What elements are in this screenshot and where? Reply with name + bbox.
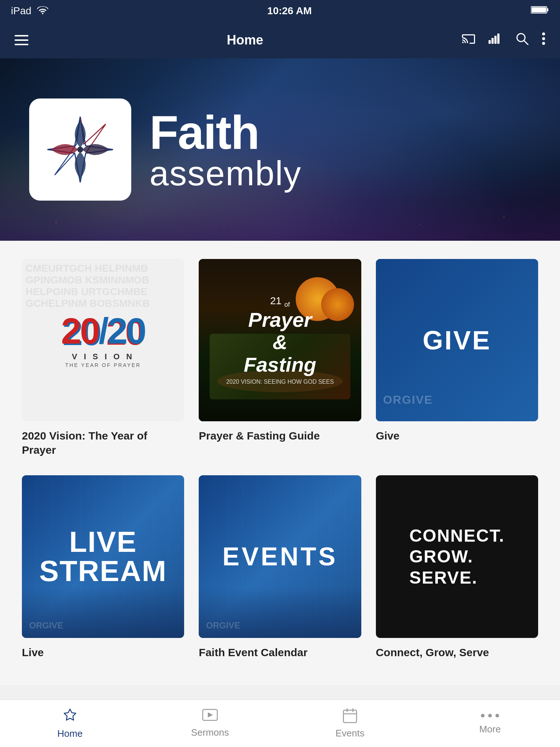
nav-bar: Home <box>0 22 560 58</box>
svg-point-11 <box>542 42 545 45</box>
svg-point-7 <box>517 34 525 42</box>
vision-sub: V I S I O N <box>72 352 134 361</box>
grid-item-live[interactable]: ORGIVE LIVESTREAM Live <box>22 475 184 659</box>
svg-rect-3 <box>489 40 491 44</box>
cast-icon[interactable] <box>462 33 475 47</box>
give-label: GIVE <box>423 325 491 355</box>
events-label: EVENTS <box>222 542 338 571</box>
nav-title: Home <box>227 32 263 48</box>
menu-button[interactable] <box>15 35 28 45</box>
svg-point-12 <box>77 147 83 152</box>
thumb-prayer: 21 of Prayer&Fasting 2020 VISION: SEEING… <box>199 259 361 421</box>
status-time: 10:26 AM <box>267 5 312 17</box>
grid-item-prayer[interactable]: 21 of Prayer&Fasting 2020 VISION: SEEING… <box>199 259 361 457</box>
svg-rect-1 <box>547 8 548 11</box>
tab-bar: Home Sermons Events <box>0 700 560 747</box>
tab-more[interactable]: More <box>420 712 560 735</box>
connect-caption: Connect, Grow, Serve <box>376 645 538 659</box>
svg-point-10 <box>542 37 545 40</box>
svg-rect-4 <box>491 38 494 44</box>
battery-icon <box>531 5 549 17</box>
grid-item-vision[interactable]: CMEURTGCH HELPINMB GPINGMOB KSMINNMOB HE… <box>22 259 184 457</box>
tab-events-label: Events <box>335 728 365 739</box>
tab-sermons-label: Sermons <box>191 727 229 738</box>
connect-label: CONNECT.GROW.SERVE. <box>409 525 505 588</box>
sermons-play-icon <box>202 709 218 724</box>
svg-point-19 <box>481 714 485 717</box>
search-icon[interactable] <box>516 32 529 48</box>
svg-point-20 <box>488 714 492 717</box>
tab-events[interactable]: Events <box>280 708 420 739</box>
vision-2020-number: 20/20 <box>61 313 145 349</box>
more-dots-icon <box>479 712 501 721</box>
thumb-events: ORGIVE EVENTS <box>199 475 361 638</box>
live-label: LIVESTREAM <box>39 527 167 586</box>
device-label: iPad <box>11 5 31 17</box>
live-caption: Live <box>22 645 184 659</box>
signal-icon[interactable] <box>489 33 502 47</box>
thumb-give: ORGIVE GIVE <box>376 259 538 421</box>
grid-row-1: CMEURTGCH HELPINMB GPINGMOB KSMINNMOB HE… <box>22 259 538 457</box>
hero-assembly-text: assembly <box>149 156 302 191</box>
vision-caption: 2020 Vision: The Year of Prayer <box>22 429 184 457</box>
svg-rect-2 <box>532 7 546 12</box>
tab-sermons[interactable]: Sermons <box>140 709 280 738</box>
grid-item-connect[interactable]: CONNECT.GROW.SERVE. Connect, Grow, Serve <box>376 475 538 659</box>
events-caption: Faith Event Calendar <box>199 645 361 659</box>
prayer-text: 21 of Prayer&Fasting 2020 VISION: SEEING… <box>215 284 345 396</box>
status-left: iPad <box>11 5 48 17</box>
content-area: CMEURTGCH HELPINMB GPINGMOB KSMINNMOB HE… <box>0 241 560 685</box>
more-vertical-icon[interactable] <box>542 32 545 48</box>
tab-home[interactable]: Home <box>0 708 140 739</box>
status-right <box>531 5 549 17</box>
tab-home-label: Home <box>57 728 82 739</box>
hero-content: Faith assembly <box>0 77 331 222</box>
wifi-icon <box>37 5 48 17</box>
svg-point-21 <box>495 714 499 717</box>
thumb-live: ORGIVE LIVESTREAM <box>22 475 184 638</box>
grid-row-2: ORGIVE LIVESTREAM Live ORGIVE EVENTS Fai… <box>22 475 538 659</box>
prayer-caption: Prayer & Fasting Guide <box>199 429 361 443</box>
hero-faith-text: Faith <box>149 109 302 156</box>
svg-line-8 <box>524 41 528 44</box>
svg-marker-14 <box>208 712 213 717</box>
grid-item-events[interactable]: ORGIVE EVENTS Faith Event Calendar <box>199 475 361 659</box>
church-logo <box>29 98 131 201</box>
give-caption: Give <box>376 429 538 443</box>
svg-point-9 <box>542 32 545 35</box>
vision-sub2: THE YEAR OF PRAYER <box>65 362 141 368</box>
home-star-icon <box>62 708 78 725</box>
grid-item-give[interactable]: ORGIVE GIVE Give <box>376 259 538 457</box>
thumb-connect: CONNECT.GROW.SERVE. <box>376 475 538 638</box>
hero-text: Faith assembly <box>149 109 302 191</box>
events-calendar-icon <box>343 708 357 725</box>
thumb-vision: CMEURTGCH HELPINMB GPINGMOB KSMINNMOB HE… <box>22 259 184 421</box>
hero-banner: Faith assembly <box>0 58 560 241</box>
tab-more-label: More <box>479 724 501 735</box>
status-bar: iPad 10:26 AM <box>0 0 560 22</box>
svg-rect-6 <box>497 34 499 44</box>
svg-rect-5 <box>494 36 497 44</box>
nav-icons <box>462 32 545 48</box>
svg-rect-15 <box>343 710 357 723</box>
